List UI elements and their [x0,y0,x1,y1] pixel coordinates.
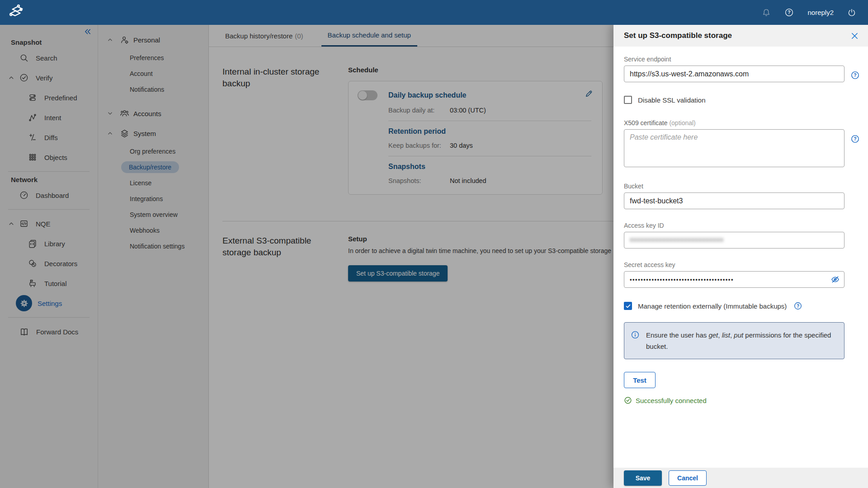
test-connection-button[interactable]: Test [624,372,656,388]
manage-retention-label: Manage retention externally (Immutable b… [638,302,787,310]
help-circle-icon[interactable]: ? [793,301,802,310]
svg-text:?: ? [854,136,856,141]
cancel-button[interactable]: Cancel [669,470,707,486]
x509-field: X509 certificate (optional) ? [624,119,858,167]
manage-retention-row: Manage retention externally (Immutable b… [624,301,858,310]
drawer-header: Set up S3-compatible storage [613,25,868,47]
svg-text:?: ? [854,72,856,78]
disable-ssl-label: Disable SSL validation [638,96,706,104]
close-icon[interactable] [850,32,859,40]
username[interactable]: noreply2 [807,9,834,16]
save-button[interactable]: Save [624,470,662,486]
secret-key-field: Secret access key [624,261,858,288]
x509-label: X509 certificate [624,119,668,127]
help-icon[interactable]: ? [784,8,794,17]
bucket-input[interactable] [624,192,844,209]
main-row: Snapshot Search Verify [0,25,868,488]
logout-power-icon[interactable] [847,8,856,17]
x509-certificate-textarea[interactable] [624,129,844,167]
bucket-field: Bucket [624,183,858,209]
service-endpoint-label: Service endpoint [624,56,858,63]
permissions-info-box: Ensure the user has get, list, put permi… [624,322,844,359]
svg-text:?: ? [788,9,791,15]
service-endpoint-field: Service endpoint ? [624,56,858,82]
top-bar: ? noreply2 [0,0,868,25]
connection-status: Successfully connected [624,396,858,404]
manage-retention-checkbox[interactable] [624,302,632,310]
bucket-label: Bucket [624,183,858,190]
app-root: ? noreply2 Snapshot [0,0,868,488]
info-icon [631,329,640,352]
success-check-icon [624,396,632,404]
svg-text:?: ? [797,304,799,309]
disable-ssl-checkbox[interactable] [624,96,632,104]
access-key-input[interactable] [624,232,844,249]
x509-optional-label: (optional) [669,119,695,127]
forward-networks-logo[interactable] [6,4,26,21]
notifications-bell-icon[interactable] [762,8,771,17]
drawer-body: Service endpoint ? Disable SSL validatio… [613,47,868,468]
service-endpoint-input[interactable] [624,66,844,82]
status-message: Successfully connected [636,397,707,404]
help-circle-icon[interactable]: ? [850,70,860,80]
info-text: Ensure the user has get, list, put permi… [646,329,837,352]
topbar-actions: ? noreply2 [762,8,856,17]
help-circle-icon[interactable]: ? [850,134,860,144]
access-key-label: Access key ID [624,222,858,229]
eye-off-icon[interactable] [830,275,840,284]
disable-ssl-row: Disable SSL validation [624,96,858,104]
secret-key-label: Secret access key [624,261,858,268]
access-key-field: Access key ID xxxxxxxxxxxxxxxxxxxxxxxxxx [624,222,858,249]
s3-setup-drawer: Set up S3-compatible storage Service end… [613,25,868,488]
drawer-footer: Save Cancel [613,468,868,488]
secret-key-input[interactable] [624,271,844,288]
drawer-title: Set up S3-compatible storage [624,31,732,40]
